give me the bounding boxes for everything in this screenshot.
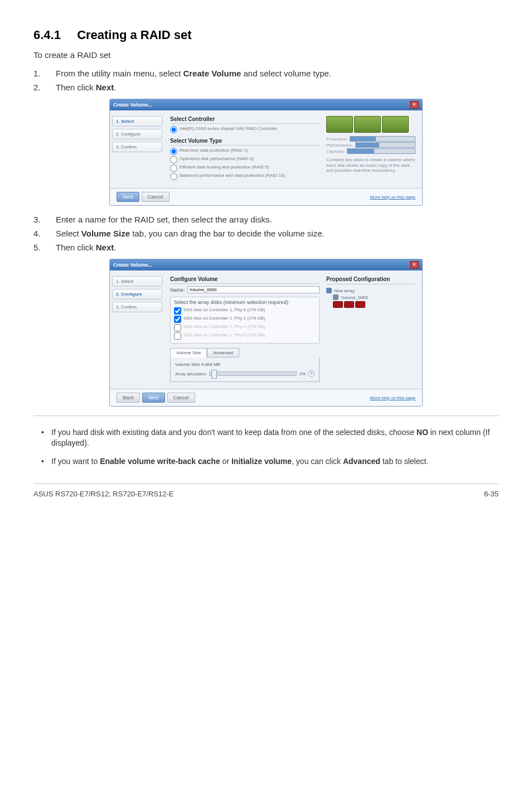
step-number: 3.: [33, 214, 56, 225]
tab-body-volume-size: Volume Size 4,468 MB Array allocation: 2…: [170, 357, 320, 382]
help-icon[interactable]: ?: [308, 370, 315, 377]
disk-checkbox[interactable]: [174, 316, 181, 323]
section-number: 6.4.1: [33, 28, 74, 42]
controller-option[interactable]: Intel(R) C600 series chipset SAS RAID Co…: [170, 126, 320, 133]
step-text: Enter a name for the RAID set, then sele…: [56, 214, 272, 225]
step-item: 4. Select Volume Size tab, you can drag …: [33, 228, 499, 239]
cancel-button[interactable]: Cancel: [167, 393, 195, 403]
next-button[interactable]: Next: [117, 192, 139, 202]
note-text: If you hard disk with existing data and …: [51, 427, 499, 448]
wizard-step-select[interactable]: 1. Select: [112, 276, 162, 287]
volume-chip: Volume_0000: [333, 294, 415, 300]
wizard-step-confirm[interactable]: 3. Confirm: [112, 142, 162, 152]
proposed-disks-icon: [333, 301, 415, 308]
help-link[interactable]: More help on this page: [370, 395, 415, 400]
disk-selection-prompt: Select the array disks (minimum selectio…: [174, 299, 316, 305]
volume-name-input[interactable]: [187, 286, 320, 293]
new-array-label: New Array: [326, 288, 415, 293]
footer-page-number: 6-35: [484, 490, 499, 498]
dialog-create-volume-select: Create Volume... × 1. Select 2. Configur…: [109, 99, 423, 206]
note-text: If you want to Enable volume write-back …: [51, 456, 428, 467]
help-link[interactable]: More help on this page: [370, 195, 415, 200]
close-icon[interactable]: ×: [410, 101, 419, 109]
disk-option[interactable]: SAS disk on Controller 1, Phy 6 (279 GB): [174, 332, 316, 340]
step-item: 5. Then click Next.: [33, 241, 499, 253]
footer-model: ASUS RS720-E7/RS12; RS720-E7/RS12-E: [33, 490, 173, 498]
name-label: Name:: [170, 287, 185, 293]
tab-volume-size[interactable]: Volume Size: [170, 348, 207, 357]
wizard-nav: 1. Select 2. Configure 3. Confirm: [110, 270, 165, 389]
volume-type-hint: Combine two disks to create a volume whe…: [326, 157, 415, 173]
configure-volume-heading: Configure Volume: [170, 276, 320, 284]
page-footer: ASUS RS720-E7/RS12; RS720-E7/RS12-E 6-35: [33, 484, 499, 498]
disk-option[interactable]: SAS disk on Controller 1, Phy 4 (279 GB): [174, 324, 316, 331]
disk-preview-icon: [326, 116, 415, 133]
note-list: • If you hard disk with existing data an…: [41, 427, 499, 475]
controller-label: Intel(R) C600 series chipset SAS RAID Co…: [180, 126, 277, 131]
disk-option[interactable]: SAS disk on Controller 1, Phy 0 (279 GB): [174, 307, 316, 315]
wizard-step-confirm[interactable]: 3. Confirm: [112, 302, 162, 312]
dialog-title: Create Volume...: [113, 102, 152, 108]
capacity-row: Capacity:: [326, 148, 415, 154]
disk-checkbox[interactable]: [174, 332, 181, 340]
volume-icon: [333, 294, 338, 300]
intro-text: To create a RAID set: [33, 50, 499, 60]
alloc-label: Array allocation:: [175, 371, 207, 376]
controller-radio[interactable]: [170, 126, 177, 133]
step-number: 1.: [33, 67, 56, 79]
array-icon: [326, 288, 332, 293]
select-controller-heading: Select Controller: [170, 116, 320, 124]
note-item: • If you hard disk with existing data an…: [41, 427, 499, 448]
step-item: 1. From the utility main menu, select Cr…: [33, 67, 499, 79]
cancel-button[interactable]: Cancel: [142, 192, 170, 202]
volume-size-label: Volume Size 4,468 MB: [175, 362, 315, 367]
next-button[interactable]: Next: [142, 393, 165, 403]
vt-radio[interactable]: [170, 156, 177, 163]
volume-type-option[interactable]: Efficient data hosting and protection (R…: [170, 165, 320, 172]
step-item: 2. Then click Next.: [33, 81, 499, 93]
disk-option[interactable]: SAS disk on Controller 1, Phy 2 (279 GB): [174, 316, 316, 323]
step-number: 5.: [33, 241, 56, 253]
volume-type-option[interactable]: Balanced performance and data protection…: [170, 173, 320, 180]
dialog-titlebar: Create Volume... ×: [110, 259, 422, 270]
step-number: 2.: [33, 81, 56, 93]
vt-radio[interactable]: [170, 148, 177, 155]
wizard-step-configure[interactable]: 2. Configure: [112, 129, 162, 139]
close-icon[interactable]: ×: [410, 261, 419, 269]
dialog-titlebar: Create Volume... ×: [110, 99, 422, 110]
performance-row: Performance:: [326, 142, 415, 148]
separator: [33, 416, 499, 416]
proposed-config-heading: Proposed Configuration: [326, 276, 415, 284]
protection-row: Protection:: [326, 136, 415, 142]
slider-handle-icon[interactable]: [211, 370, 217, 379]
tab-advanced[interactable]: Advanced: [207, 348, 239, 357]
step-text: From the utility main menu, select Creat…: [56, 67, 331, 79]
select-volume-type-heading: Select Volume Type: [170, 138, 320, 146]
section-title-text: Creating a RAID set: [77, 28, 191, 42]
wizard-nav: 1. Select 2. Configure 3. Confirm: [110, 110, 165, 188]
alloc-value: 2%: [299, 371, 306, 376]
dialog-create-volume-configure: Create Volume... × 1. Select 2. Configur…: [109, 259, 423, 407]
step-item: 3. Enter a name for the RAID set, then s…: [33, 214, 499, 225]
disk-selection-box: Select the array disks (minimum selectio…: [170, 297, 320, 344]
step-text: Select Volume Size tab, you can drag the…: [56, 228, 325, 239]
wizard-step-select[interactable]: 1. Select: [112, 116, 162, 127]
array-allocation-slider[interactable]: Array allocation: 2% ?: [175, 370, 315, 377]
step-number: 4.: [33, 228, 56, 239]
volume-type-option[interactable]: Real-time data protection (RAID 1): [170, 148, 320, 155]
back-button[interactable]: Back: [117, 393, 140, 403]
section-heading: 6.4.1 Creating a RAID set: [33, 28, 499, 42]
disk-checkbox[interactable]: [174, 307, 181, 315]
steps-list-a: 1. From the utility main menu, select Cr…: [33, 67, 499, 93]
note-item: • If you want to Enable volume write-bac…: [41, 456, 499, 467]
step-text: Then click Next.: [56, 81, 116, 93]
steps-list-b: 3. Enter a name for the RAID set, then s…: [33, 214, 499, 253]
wizard-step-configure[interactable]: 2. Configure: [112, 289, 162, 299]
volume-type-option[interactable]: Optimized disk performance (RAID 0): [170, 156, 320, 163]
dialog-title: Create Volume...: [113, 262, 152, 268]
step-text: Then click Next.: [56, 241, 116, 253]
vt-radio[interactable]: [170, 173, 177, 180]
vt-radio[interactable]: [170, 165, 177, 172]
disk-checkbox[interactable]: [174, 324, 181, 331]
